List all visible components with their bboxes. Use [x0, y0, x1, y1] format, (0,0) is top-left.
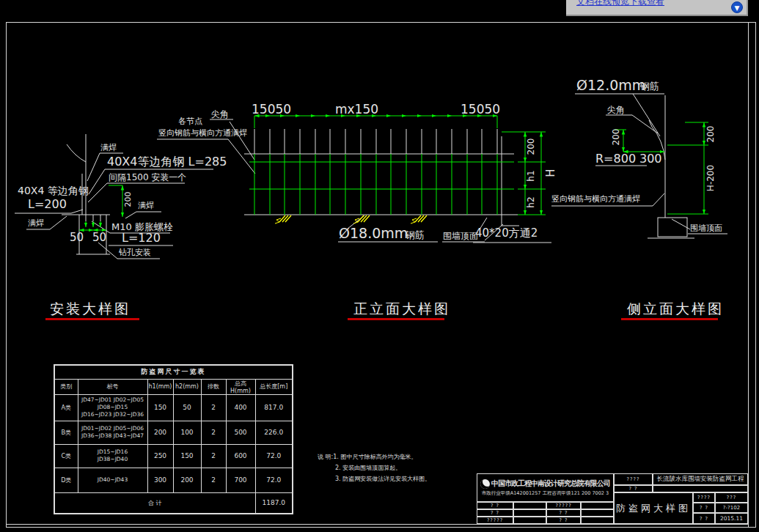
wall-top-label-side: 围墙顶面	[690, 224, 722, 232]
rebar-18mm-label2: 钢筋	[406, 230, 425, 240]
table-row: B类 JD01~JD02 JD05~JD06 JD36~JD38 JD43~JD…	[54, 421, 293, 444]
cell-cat: D类	[54, 468, 78, 492]
weld-label-left: 满焊	[28, 219, 44, 227]
weld-note-side: 竖向钢筋与横向方通满焊	[551, 195, 640, 203]
table-title: 防盗网尺寸一览表	[54, 365, 293, 379]
dim-h2: h2	[527, 196, 535, 207]
cell-h2: 150	[173, 444, 201, 468]
sheet-border-inner-horizontal	[6, 524, 748, 525]
dim-right-15050: 15050	[461, 103, 500, 116]
viewer-toolbar: 文档在线预览下载查看 ▼	[566, 0, 748, 16]
angle-steel-left-label-1: 40X4 等边角钢	[18, 185, 89, 196]
cell-height: 400	[226, 394, 255, 421]
heading-side-underline	[621, 318, 718, 320]
company-logo	[480, 479, 490, 489]
angle-steel-left-label-2: L=200	[28, 199, 67, 210]
table-header-h1: h1(mm)	[147, 379, 173, 394]
heading-install-underline	[45, 318, 139, 320]
tb-cell-empty	[513, 509, 546, 517]
weld-label-top: 满焊	[100, 144, 117, 152]
table-header-length: 总长度[m]	[255, 379, 293, 394]
cell-length: 72.0	[255, 468, 293, 492]
dim-200-install: 200	[124, 192, 132, 207]
table-header-count: 排数	[201, 379, 226, 394]
company-name: 中国市政工程中南设计研究总院有限公司	[491, 479, 610, 489]
dim-h-minus-200: H-200	[706, 165, 715, 191]
tb-cell-q: ? ?	[614, 485, 653, 492]
cell-count: 2	[201, 394, 226, 421]
table-total-row: 合 计 1187.0	[54, 492, 293, 514]
dim-seg-200: 200	[527, 138, 535, 155]
rebar-18mm-label: Ø18.0mm	[339, 226, 408, 240]
angle-steel-top-label: 40X4等边角钢 L=285	[107, 156, 227, 168]
weld-label-right: 满焊	[138, 202, 154, 210]
cell-count: 2	[201, 421, 226, 444]
dim-h1: h1	[527, 170, 535, 181]
cell-range: JD40~JD43	[78, 468, 147, 492]
spacing-note-label: 间隔1500 安装一个	[109, 173, 186, 182]
drill-note-label: 钻孔安装	[119, 248, 151, 256]
tb-cell-q: ? ?	[693, 503, 715, 513]
rebar-12mm-label: Ø12.0mm	[576, 78, 645, 92]
tb-cell-empty	[581, 502, 614, 509]
tb-cell-empty	[653, 485, 748, 492]
radius-label: R=800	[595, 153, 636, 165]
tb-cell-q: ? ?	[477, 509, 513, 517]
cell-range: JD01~JD02 JD05~JD06 JD36~JD38 JD43~JD47	[78, 421, 147, 444]
heading-front: 正立面大样图	[353, 300, 450, 319]
tb-cell-empty	[581, 509, 614, 517]
tb-cell-q: ???	[715, 492, 748, 503]
table-row: D类 JD40~JD43 300 200 2 700 72.0	[54, 468, 293, 492]
cell-h1: 150	[147, 394, 173, 421]
node-note-line2: 竖向钢筋与横向方通满焊	[158, 129, 247, 137]
tb-cell-empty	[513, 517, 546, 524]
company-cell: 中国市政工程中南设计研究总院有限公司 市政行业甲级A142001257 工程咨询…	[477, 473, 614, 502]
corner-label-side: 尖角	[607, 106, 625, 114]
table-header-h2: h2(mm)	[173, 379, 201, 394]
total-label: 合 计	[54, 492, 255, 514]
tb-cell-q: ?????	[546, 502, 581, 509]
dim-200-side-right: 200	[706, 126, 715, 143]
project-name: 长流陂水库围墙安装防盗网工程	[653, 473, 748, 485]
dim-left-15050: 15050	[252, 103, 291, 116]
dim-total-H: H	[546, 169, 557, 177]
cell-length: 817.0	[255, 394, 293, 421]
cell-cat: B类	[54, 421, 78, 444]
sheet-border-inner-vertical	[748, 22, 749, 528]
tb-cell-q: ? ?	[546, 509, 581, 517]
table-header-cat: 类别	[54, 379, 78, 394]
tube-label: 40*20方通2	[475, 228, 538, 239]
cell-cat: A类	[54, 394, 78, 421]
cell-h2: 50	[173, 394, 201, 421]
cell-count: 2	[201, 468, 226, 492]
dim-50-left: 50	[70, 232, 84, 243]
drawing-number: ?-?102	[715, 503, 748, 513]
rebar-12mm-label2: 钢筋	[640, 81, 659, 91]
collapse-toolbar-button[interactable]: ▼	[731, 1, 743, 13]
node-note-line1: 各节点	[178, 117, 202, 125]
cell-length: 226.0	[255, 421, 293, 444]
cell-height: 700	[226, 468, 255, 492]
dimension-table: 防盗网尺寸一览表 类别 桩号 h1(mm) h2(mm) 排数 总高H(mm) …	[54, 364, 293, 514]
cell-count: 2	[201, 444, 226, 468]
dim-300-label: 300	[639, 153, 662, 165]
table-header-height: 总高H(mm)	[226, 379, 255, 394]
cell-length: 72.0	[255, 444, 293, 468]
heading-side: 侧立面大样图	[627, 300, 724, 319]
tb-cell-q: ? ?	[546, 517, 581, 524]
heading-install: 安装大样图	[50, 300, 131, 319]
total-value: 1187.0	[255, 492, 293, 514]
cell-range: JD15~JD16 JD38~JD40	[78, 444, 147, 468]
tb-cell-empty	[581, 517, 614, 524]
drawing-date: 2015.11	[715, 513, 748, 524]
wall-top-label-front: 围墙顶面	[443, 232, 478, 240]
table-row: A类 JD47~JD01 JD02~JD05 JD08~JD15 JD16~JD…	[54, 394, 293, 421]
cell-h2: 200	[173, 468, 201, 492]
cell-height: 500	[226, 421, 255, 444]
dim-200-side-left: 200	[612, 129, 620, 146]
tb-cell-q: ? ?	[477, 502, 513, 509]
drawing-title: 防盗网大样图	[614, 492, 693, 524]
document-link[interactable]: 文档在线预览下载查看	[576, 0, 664, 8]
note-line-2: 2. 安装由围墙顶面算起。	[335, 464, 401, 472]
cell-cat: C类	[54, 444, 78, 468]
